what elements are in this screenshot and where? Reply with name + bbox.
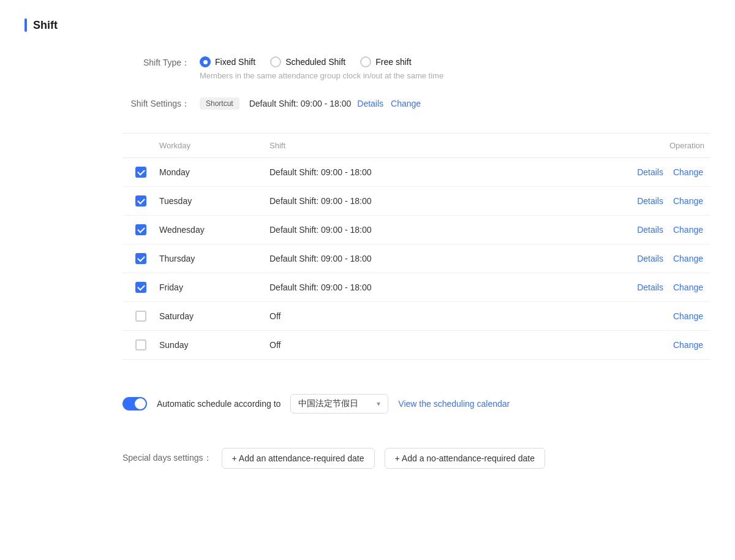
auto-schedule-toggle[interactable]: [123, 397, 147, 411]
shift-type-label: Shift Type：: [123, 56, 190, 69]
add-no-attendance-button[interactable]: + Add a no-attendance-required date: [385, 448, 545, 469]
header-operation: Operation: [588, 141, 710, 150]
wednesday-change[interactable]: Change: [672, 225, 704, 235]
wednesday-checkbox-cell: [123, 224, 159, 235]
sunday-day: Sunday: [159, 340, 270, 350]
radio-scheduled-circle: [270, 56, 281, 67]
sunday-change[interactable]: Change: [672, 340, 704, 350]
page-title: Shift: [33, 19, 58, 32]
saturday-day: Saturday: [159, 311, 270, 321]
thursday-checkbox[interactable]: [135, 253, 146, 264]
wednesday-details[interactable]: Details: [636, 225, 665, 235]
table-row: Monday Default Shift: 09:00 - 18:00 Deta…: [123, 158, 710, 187]
saturday-shift: Off: [270, 311, 588, 321]
table-row: Thursday Default Shift: 09:00 - 18:00 De…: [123, 244, 710, 273]
sunday-shift: Off: [270, 340, 588, 350]
monday-checkbox-cell: [123, 167, 159, 178]
schedule-table: Workday Shift Operation Monday Default S…: [123, 133, 710, 360]
sunday-ops: Change: [588, 340, 710, 350]
title-bar-accent: [24, 18, 27, 32]
shift-type-options: Fixed Shift Scheduled Shift Free shift M…: [200, 56, 443, 80]
table-row: Saturday Off Change: [123, 302, 710, 331]
tuesday-checkbox-cell: [123, 195, 159, 206]
monday-shift: Default Shift: 09:00 - 18:00: [270, 167, 588, 177]
holiday-dropdown[interactable]: 中国法定节假日 ▾: [290, 394, 388, 414]
tuesday-change[interactable]: Change: [672, 196, 704, 206]
shift-type-row: Shift Type： Fixed Shift Scheduled Shift …: [123, 56, 710, 80]
shift-settings-label: Shift Settings：: [123, 97, 190, 110]
wednesday-checkbox[interactable]: [135, 224, 146, 235]
monday-checkbox[interactable]: [135, 167, 146, 178]
monday-day: Monday: [159, 167, 270, 177]
thursday-ops: Details Change: [588, 254, 710, 263]
radio-fixed-label: Fixed Shift: [215, 57, 255, 67]
change-link[interactable]: Change: [390, 99, 422, 108]
default-shift-text: Default Shift: 09:00 - 18:00: [249, 99, 352, 108]
header-shift: Shift: [270, 141, 588, 150]
page-title-row: Shift: [24, 18, 710, 32]
monday-ops: Details Change: [588, 167, 710, 177]
saturday-change[interactable]: Change: [672, 311, 704, 321]
shift-settings-row: Shift Settings： Shortcut Default Shift: …: [123, 97, 710, 110]
header-workday: [123, 141, 159, 150]
wednesday-ops: Details Change: [588, 225, 710, 235]
tuesday-checkbox[interactable]: [135, 195, 146, 206]
page-container: Shift Shift Type： Fixed Shift Scheduled …: [0, 0, 735, 560]
saturday-checkbox-cell: [123, 311, 159, 322]
thursday-checkbox-cell: [123, 253, 159, 264]
dropdown-value: 中国法定节假日: [298, 398, 358, 409]
saturday-checkbox[interactable]: [135, 311, 146, 322]
friday-shift: Default Shift: 09:00 - 18:00: [270, 282, 588, 292]
shortcut-tag: Shortcut: [200, 97, 239, 110]
radio-free[interactable]: Free shift: [360, 56, 411, 67]
friday-day: Friday: [159, 282, 270, 292]
radio-scheduled-label: Scheduled Shift: [285, 57, 345, 67]
radio-fixed-circle: [200, 56, 211, 67]
thursday-details[interactable]: Details: [636, 254, 665, 263]
table-row: Sunday Off Change: [123, 331, 710, 360]
saturday-ops: Change: [588, 311, 710, 321]
friday-change[interactable]: Change: [672, 282, 704, 292]
friday-checkbox-cell: [123, 282, 159, 293]
sunday-checkbox-cell: [123, 339, 159, 350]
table-row: Friday Default Shift: 09:00 - 18:00 Deta…: [123, 273, 710, 302]
table-header: Workday Shift Operation: [123, 134, 710, 158]
monday-details[interactable]: Details: [636, 167, 665, 177]
monday-change[interactable]: Change: [672, 167, 704, 177]
form-section: Shift Type： Fixed Shift Scheduled Shift …: [24, 56, 710, 486]
table-row: Tuesday Default Shift: 09:00 - 18:00 Det…: [123, 187, 710, 216]
shift-type-hint: Members in the same attendance group clo…: [200, 71, 443, 80]
friday-details[interactable]: Details: [636, 282, 665, 292]
wednesday-day: Wednesday: [159, 225, 270, 235]
radio-scheduled[interactable]: Scheduled Shift: [270, 56, 345, 67]
details-link[interactable]: Details: [356, 99, 385, 108]
special-days-section: Special days settings： + Add an attendan…: [123, 431, 710, 486]
header-workday-label: Workday: [159, 141, 270, 150]
auto-schedule-label: Automatic schedule according to: [157, 399, 281, 409]
thursday-change[interactable]: Change: [672, 254, 704, 263]
radio-free-label: Free shift: [375, 57, 411, 67]
chevron-down-icon: ▾: [377, 399, 380, 408]
settings-content: Shortcut Default Shift: 09:00 - 18:00 De…: [200, 97, 422, 110]
sunday-checkbox[interactable]: [135, 339, 146, 350]
friday-checkbox[interactable]: [135, 282, 146, 293]
tuesday-details[interactable]: Details: [636, 196, 665, 206]
view-calendar-link[interactable]: View the scheduling calendar: [398, 399, 510, 409]
table-row: Wednesday Default Shift: 09:00 - 18:00 D…: [123, 216, 710, 244]
radio-group: Fixed Shift Scheduled Shift Free shift: [200, 56, 443, 67]
friday-ops: Details Change: [588, 282, 710, 292]
tuesday-ops: Details Change: [588, 196, 710, 206]
add-attendance-button[interactable]: + Add an attendance-required date: [222, 448, 375, 469]
thursday-shift: Default Shift: 09:00 - 18:00: [270, 254, 588, 263]
wednesday-shift: Default Shift: 09:00 - 18:00: [270, 225, 588, 235]
radio-fixed[interactable]: Fixed Shift: [200, 56, 255, 67]
special-days-label: Special days settings：: [123, 453, 212, 464]
tuesday-day: Tuesday: [159, 196, 270, 206]
radio-free-circle: [360, 56, 371, 67]
thursday-day: Thursday: [159, 254, 270, 263]
tuesday-shift: Default Shift: 09:00 - 18:00: [270, 196, 588, 206]
auto-schedule-row: Automatic schedule according to 中国法定节假日 …: [123, 377, 710, 414]
